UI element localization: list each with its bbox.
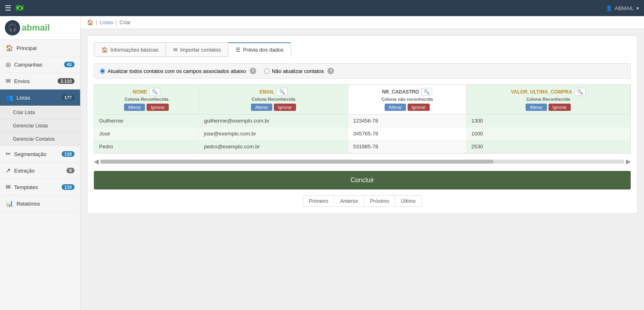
valor-col-label: VALOR_ULTIMA_COMPRA: [511, 89, 572, 95]
email-ignorar-btn[interactable]: Ignorar: [274, 104, 296, 111]
user-dropdown-icon[interactable]: ▾: [636, 5, 639, 11]
main-card: 🏠 Informações básicas ✉ Importar contato…: [87, 35, 638, 214]
sidebar-item-templates[interactable]: ✉ Templates 110: [0, 179, 80, 196]
email-search-btn[interactable]: 🔍: [277, 88, 288, 96]
valor-alterar-btn[interactable]: Alterar: [526, 104, 547, 111]
col-header-valor: VALOR_ULTIMA_COMPRA 🔍 Coluna Reconhecida…: [466, 85, 630, 114]
nr-col-actions: Alterar Ignorar: [352, 104, 462, 111]
data-table-wrapper: NOME 🔍 Coluna Reconhecida Alterar Ignora…: [94, 84, 631, 154]
topbar: ☰ 🇧🇷 👤 ABMAIL ▾: [0, 0, 644, 16]
email-col-status: Coluna Reconhecida: [203, 97, 344, 102]
nome-alterar-btn[interactable]: Alterar: [124, 104, 145, 111]
pagination: Primeiro Anterior Próximo Último: [94, 195, 631, 207]
valor-search-btn[interactable]: 🔍: [575, 88, 586, 96]
topbar-right: 👤 ABMAIL ▾: [606, 5, 639, 11]
main-layout: 🎧 abmail 🏠 Principal ◎ Campanhas 43 ✉ En…: [0, 16, 644, 310]
nr-col-status: Coluna não reconhecida: [352, 97, 462, 102]
breadcrumb-listas[interactable]: Listas: [99, 19, 113, 25]
cell-nome: Pedro: [94, 140, 199, 153]
cell-valor: 2530: [466, 140, 630, 153]
page-next-btn[interactable]: Próximo: [364, 195, 396, 207]
conclude-button[interactable]: Concluir: [94, 171, 631, 189]
col-name-email: EMAIL 🔍: [203, 88, 344, 96]
cell-nome: José: [94, 127, 199, 140]
option2[interactable]: Não atualizar contatos ?: [264, 68, 334, 74]
tab-info[interactable]: 🏠 Informações básicas: [94, 42, 166, 57]
option2-label: Não atualizar contatos: [272, 68, 324, 74]
sidebar-item-principal[interactable]: 🏠 Principal: [0, 40, 80, 56]
main-content: 🏠 Informações básicas ✉ Importar contato…: [81, 29, 644, 310]
sidebar-item-label: Segmentação: [14, 151, 58, 157]
col-header-email: EMAIL 🔍 Coluna Reconhecida Alterar Ignor…: [199, 85, 348, 114]
relatorios-icon: 📊: [6, 200, 13, 207]
nome-search-btn[interactable]: 🔍: [149, 88, 160, 96]
sidebar-item-campanhas[interactable]: ◎ Campanhas 43: [0, 56, 80, 73]
option1-help[interactable]: ?: [250, 68, 256, 74]
user-icon: 👤: [606, 5, 612, 11]
sidebar-subitem-gerenciar-listas[interactable]: Gerenciar Listas: [0, 119, 80, 133]
option1-radio[interactable]: [100, 69, 105, 74]
tabs: 🏠 Informações básicas ✉ Importar contato…: [94, 42, 631, 57]
nr-ignorar-btn[interactable]: Ignorar: [408, 104, 430, 111]
nr-alterar-btn[interactable]: Alterar: [385, 104, 406, 111]
options-row: Atualizar todos contatos com os campos a…: [94, 63, 631, 79]
cell-nome: Guilherme: [94, 114, 199, 127]
option1-label: Atualizar todos contatos com os campos a…: [108, 68, 246, 74]
sidebar-badge-campanhas: 43: [64, 62, 75, 67]
tab-preview[interactable]: ☰ Prévia dos dados: [228, 42, 291, 57]
sidebar-item-relatorios[interactable]: 📊 Relatórios: [0, 196, 80, 212]
option1[interactable]: Atualizar todos contatos com os campos a…: [100, 68, 256, 74]
nome-col-status: Coluna Reconhecida: [98, 97, 195, 102]
sidebar-subitems-listas: Criar Lista Gerenciar Listas Gerenciar C…: [0, 106, 80, 146]
sidebar-badge-extracao: 0: [66, 168, 75, 173]
sidebar-item-label: Principal: [17, 45, 75, 51]
email-col-actions: Alterar Ignorar: [203, 104, 344, 111]
nome-col-actions: Alterar Ignorar: [98, 104, 195, 111]
sidebar-item-label: Relatórios: [17, 201, 75, 207]
breadcrumb-home[interactable]: 🏠: [87, 19, 93, 25]
sidebar-item-envios[interactable]: ✉ Envios 2.110: [0, 73, 80, 89]
cell-email: guilherme@exemplo.com.br: [199, 114, 348, 127]
hamburger-icon[interactable]: ☰: [5, 4, 11, 12]
breadcrumb-sep: |: [96, 19, 97, 25]
sidebar-item-label: Campanhas: [14, 62, 61, 68]
valor-col-status: Coluna Reconhecida: [470, 97, 626, 102]
cell-email: jose@exemplo.com.br: [199, 127, 348, 140]
table-row: Pedropedro@exemplo.com.br531985-782530: [94, 140, 630, 153]
sidebar-item-extracao[interactable]: ↗ Extração 0: [0, 162, 80, 179]
user-label: ABMAIL: [615, 5, 634, 11]
sidebar-badge-segmentacao: 118: [62, 151, 75, 157]
logo-icon: 🎧: [5, 20, 20, 35]
breadcrumb-current: Criar: [120, 19, 131, 25]
option2-help[interactable]: ?: [327, 68, 334, 74]
sidebar-subitem-criar-lista[interactable]: Criar Lista: [0, 106, 80, 119]
horizontal-scrollbar[interactable]: ◀ ▶: [94, 158, 631, 165]
campaigns-icon: ◎: [6, 61, 11, 68]
segmentacao-icon: ✂: [6, 150, 11, 158]
tab-import[interactable]: ✉ Importar contatos: [166, 42, 228, 57]
extracao-icon: ↗: [6, 167, 11, 174]
sidebar-item-segmentacao[interactable]: ✂ Segmentação 118: [0, 146, 80, 162]
valor-ignorar-btn[interactable]: Ignorar: [549, 104, 571, 111]
home-icon: 🏠: [6, 44, 13, 52]
nome-col-label: NOME: [133, 89, 147, 95]
col-name-nr-cadastro: NR_CADASTRO 🔍: [352, 88, 462, 96]
tab-info-label: Informações básicas: [110, 47, 158, 53]
email-alterar-btn[interactable]: Alterar: [251, 104, 272, 111]
nr-search-btn[interactable]: 🔍: [421, 88, 432, 96]
valor-col-actions: Alterar Ignorar: [470, 104, 626, 111]
sidebar-item-label: Envios: [14, 78, 54, 84]
tab-import-label: Importar contatos: [180, 47, 221, 53]
page-prev-btn[interactable]: Anterior: [334, 195, 364, 207]
page-last-btn[interactable]: Último: [395, 195, 422, 207]
nr-col-label: NR_CADASTRO: [382, 89, 419, 95]
page-first-btn[interactable]: Primeiro: [303, 195, 334, 207]
tab-preview-icon: ☰: [236, 47, 240, 53]
sidebar-badge-templates: 110: [62, 184, 75, 190]
option2-radio[interactable]: [264, 69, 269, 74]
sidebar-item-listas[interactable]: 👥 Listas 177: [0, 89, 80, 106]
sidebar-subitem-gerenciar-contatos[interactable]: Gerenciar Contatos: [0, 133, 80, 146]
flag-button[interactable]: 🇧🇷: [15, 4, 24, 12]
nome-ignorar-btn[interactable]: Ignorar: [147, 104, 169, 111]
email-col-label: EMAIL: [259, 89, 274, 95]
